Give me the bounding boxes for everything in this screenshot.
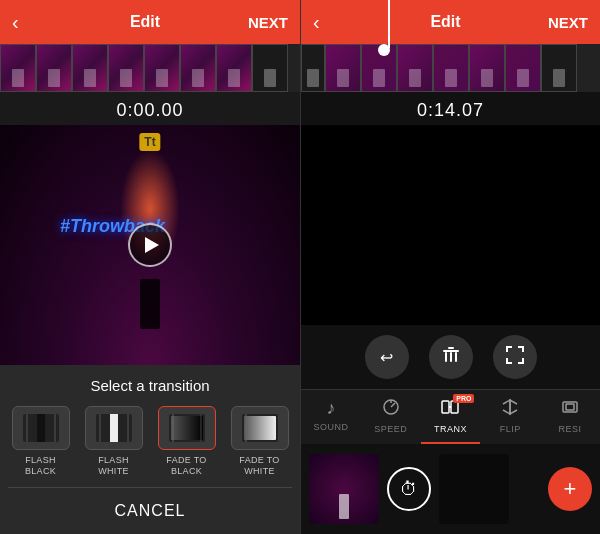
film-frame xyxy=(36,44,72,92)
flash-black-label: FLASHBLACK xyxy=(25,455,56,477)
film-frame xyxy=(72,44,108,92)
svg-line-24 xyxy=(391,403,395,407)
resi-icon xyxy=(561,398,579,421)
right-header: ‹ Edit NEXT xyxy=(301,0,600,44)
flip-label: FLIP xyxy=(500,424,521,434)
tt-badge: Tt xyxy=(139,133,160,151)
svg-rect-2 xyxy=(37,414,45,442)
sound-icon: ♪ xyxy=(326,398,335,419)
left-next-button[interactable]: NEXT xyxy=(248,14,288,31)
left-header: ‹ Edit NEXT xyxy=(0,0,300,44)
left-filmstrip xyxy=(0,44,300,92)
fade-white-icon xyxy=(231,406,289,450)
play-button[interactable] xyxy=(128,223,172,267)
fade-black-label: FADE TOBLACK xyxy=(166,455,206,477)
add-button[interactable]: + xyxy=(548,467,592,511)
film-frame-dark xyxy=(252,44,288,92)
right-next-button[interactable]: NEXT xyxy=(548,14,588,31)
film-frame xyxy=(0,44,36,92)
sound-label: SOUND xyxy=(313,422,348,432)
left-video-preview: Tt #Throwback xyxy=(0,125,300,365)
transition-flash-white[interactable]: FLASHWHITE xyxy=(81,406,146,477)
svg-rect-7 xyxy=(110,414,118,442)
transition-flash-black[interactable]: FLASHBLACK xyxy=(8,406,73,477)
transition-fade-to-black[interactable]: FADE TOBLACK xyxy=(154,406,219,477)
timer-button[interactable]: ⏱ xyxy=(387,467,431,511)
svg-rect-18 xyxy=(448,347,454,349)
svg-rect-11 xyxy=(171,416,203,440)
toolbar-speed[interactable]: SPEED xyxy=(361,390,421,444)
transition-sheet-title: Select a transition xyxy=(8,377,292,394)
toolbar-sound[interactable]: ♪ SOUND xyxy=(301,390,361,444)
pro-badge: PRO xyxy=(453,394,474,403)
speed-label: SPEED xyxy=(374,424,407,434)
right-filmstrip xyxy=(301,44,600,92)
fade-black-icon xyxy=(158,406,216,450)
svg-rect-20 xyxy=(450,352,452,362)
left-header-title: Edit xyxy=(130,13,160,31)
right-controls: ↩ xyxy=(301,325,600,389)
right-header-title: Edit xyxy=(430,13,460,31)
svg-rect-17 xyxy=(443,350,459,352)
speed-icon xyxy=(382,398,400,421)
transition-sheet: Select a transition FLASHBLACK xyxy=(0,365,300,534)
film-frame xyxy=(397,44,433,92)
cancel-button[interactable]: CANCEL xyxy=(8,487,292,534)
expand-button[interactable] xyxy=(493,335,537,379)
delete-button[interactable] xyxy=(429,335,473,379)
thumbnail-preview xyxy=(309,454,379,524)
film-frame xyxy=(433,44,469,92)
svg-rect-29 xyxy=(566,404,574,410)
film-frame xyxy=(505,44,541,92)
toolbar-flip[interactable]: FLIP xyxy=(480,390,540,444)
film-frame-dark xyxy=(301,44,325,92)
performer-silhouette xyxy=(140,279,160,329)
film-frame xyxy=(144,44,180,92)
black-thumbnail xyxy=(439,454,509,524)
transition-fade-to-white[interactable]: FADE TOWHITE xyxy=(227,406,292,477)
tranx-label: TRANX xyxy=(434,424,467,434)
undo-button[interactable]: ↩ xyxy=(365,335,409,379)
timer-icon: ⏱ xyxy=(400,479,418,500)
film-frame xyxy=(325,44,361,92)
flash-white-label: FLASHWHITE xyxy=(98,455,129,477)
thumb-silhouette xyxy=(339,494,349,519)
film-frame xyxy=(180,44,216,92)
film-frame-dark xyxy=(541,44,577,92)
flash-white-icon xyxy=(85,406,143,450)
delete-icon xyxy=(442,346,460,368)
resi-label: RESI xyxy=(559,424,582,434)
right-timestamp: 0:14.07 xyxy=(301,92,600,125)
left-panel: ‹ Edit NEXT 0:00.00 Tt #Throwback Select… xyxy=(0,0,300,534)
svg-rect-25 xyxy=(442,401,449,413)
left-timestamp: 0:00.00 xyxy=(0,92,300,125)
toolbar-tranx[interactable]: PRO TRANX xyxy=(421,390,481,444)
svg-rect-21 xyxy=(455,352,457,362)
svg-rect-19 xyxy=(445,352,447,362)
right-panel: ‹ Edit NEXT 0:14.07 ↩ xyxy=(300,0,600,534)
bottom-row: ⏱ + xyxy=(301,444,600,534)
film-frame xyxy=(216,44,252,92)
right-back-button[interactable]: ‹ xyxy=(313,11,343,34)
right-video-area xyxy=(301,125,600,325)
left-back-button[interactable]: ‹ xyxy=(12,11,42,34)
expand-icon xyxy=(506,346,524,368)
toolbar-resi[interactable]: RESI xyxy=(540,390,600,444)
flip-icon xyxy=(501,398,519,421)
svg-rect-15 xyxy=(244,416,276,440)
transition-options: FLASHBLACK FLASHWHITE xyxy=(8,406,292,487)
add-icon: + xyxy=(564,476,577,502)
toolbar: ♪ SOUND SPEED PRO TRANX xyxy=(301,389,600,444)
undo-icon: ↩ xyxy=(380,348,393,367)
film-frame xyxy=(469,44,505,92)
flash-black-icon xyxy=(12,406,70,450)
fade-white-label: FADE TOWHITE xyxy=(239,455,279,477)
film-frame xyxy=(108,44,144,92)
